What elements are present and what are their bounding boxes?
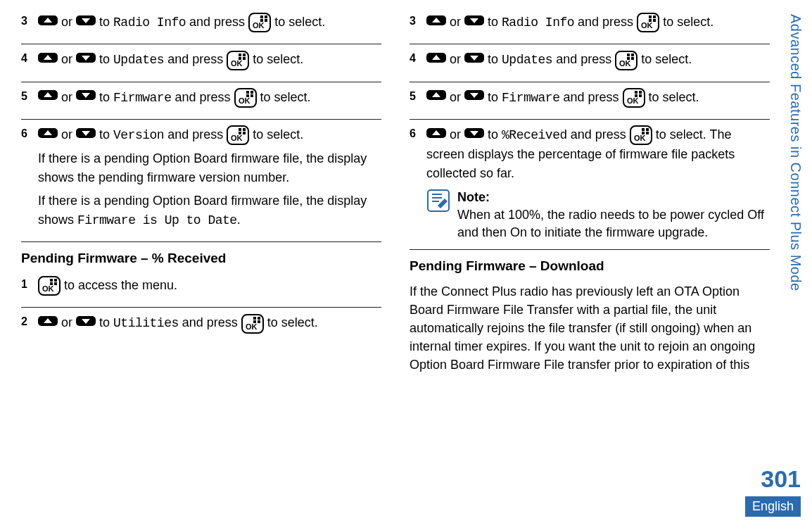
down-arrow-icon bbox=[464, 13, 484, 32]
up-arrow-icon bbox=[426, 88, 446, 107]
note-body: When at 100%, the radio needs to be powe… bbox=[457, 208, 764, 239]
menu-target: Updates bbox=[113, 53, 164, 67]
ok-button-icon bbox=[227, 125, 249, 145]
down-arrow-icon bbox=[464, 51, 484, 70]
step-extra-text: If there is a pending Option Board firmw… bbox=[38, 149, 381, 187]
chapter-tab: Advanced Features in Connect Plus Mode bbox=[787, 14, 804, 291]
note-callout: Note: When at 100%, the radio needs to b… bbox=[426, 189, 770, 242]
up-arrow-icon bbox=[38, 88, 58, 107]
ok-button-icon bbox=[234, 88, 257, 108]
divider bbox=[410, 249, 770, 250]
step-number: 5 bbox=[410, 88, 426, 112]
step-4: 4 or to Updates and press to select. bbox=[21, 44, 381, 81]
step-number: 2 bbox=[21, 313, 38, 337]
section-heading: Pending Firmware – Download bbox=[410, 258, 770, 274]
step-extra-text: If there is a pending Option Board firmw… bbox=[38, 191, 381, 230]
step-number: 1 bbox=[21, 276, 38, 300]
step-4: 4 or to Updates and press to select. bbox=[410, 44, 770, 81]
left-column: 3 or to Radio Info and press to select. … bbox=[21, 7, 381, 458]
down-arrow-icon bbox=[464, 88, 484, 107]
step-number: 4 bbox=[21, 50, 38, 74]
step-5: 5 or to Firmware and press to select. bbox=[410, 82, 770, 119]
menu-target: Firmware bbox=[113, 91, 171, 105]
step-5: 5 or to Firmware and press to select. bbox=[21, 82, 381, 119]
ok-button-icon bbox=[637, 13, 659, 32]
menu-target: Utilities bbox=[113, 316, 179, 330]
menu-target: Firmware bbox=[502, 91, 559, 105]
down-arrow-icon bbox=[76, 88, 96, 107]
down-arrow-icon bbox=[76, 126, 96, 145]
step-number: 5 bbox=[21, 88, 38, 112]
right-column: 3 or to Radio Info and press to select. … bbox=[410, 7, 770, 458]
down-arrow-icon bbox=[76, 314, 96, 333]
up-arrow-icon bbox=[38, 126, 58, 145]
step-number: 6 bbox=[410, 125, 426, 242]
body-paragraph: If the Connect Plus radio has previously… bbox=[410, 282, 770, 374]
ok-button-icon bbox=[38, 276, 61, 296]
ok-button-icon bbox=[227, 51, 249, 70]
up-arrow-icon bbox=[426, 126, 446, 145]
menu-target: Updates bbox=[502, 53, 552, 67]
up-arrow-icon bbox=[426, 13, 446, 32]
down-arrow-icon bbox=[464, 126, 484, 145]
up-arrow-icon bbox=[38, 13, 58, 32]
step-number: 4 bbox=[410, 50, 426, 74]
ok-button-icon bbox=[630, 125, 652, 145]
note-icon bbox=[426, 189, 450, 242]
menu-target: Radio Info bbox=[113, 15, 186, 30]
section-heading: Pending Firmware – % Received bbox=[21, 251, 381, 266]
step-number: 3 bbox=[410, 13, 426, 37]
page-number: 301 bbox=[761, 465, 801, 493]
step-number: 3 bbox=[21, 13, 38, 37]
menu-target: %Received bbox=[502, 128, 567, 142]
note-label: Note: bbox=[457, 189, 770, 206]
up-arrow-icon bbox=[426, 51, 446, 70]
step-1: 1 to access the menu. bbox=[21, 270, 381, 307]
up-arrow-icon bbox=[38, 314, 58, 333]
divider bbox=[21, 241, 381, 242]
step-3: 3 or to Radio Info and press to select. bbox=[410, 7, 770, 44]
step-2: 2 or to Utilities and press to select. bbox=[21, 308, 381, 344]
language-badge: English bbox=[745, 496, 801, 517]
ok-button-icon bbox=[623, 88, 645, 108]
menu-target: Radio Info bbox=[502, 15, 574, 30]
step-number: 6 bbox=[21, 125, 38, 234]
up-arrow-icon bbox=[38, 51, 58, 70]
ok-button-icon bbox=[248, 13, 271, 32]
ok-button-icon bbox=[615, 51, 637, 70]
step-3: 3 or to Radio Info and press to select. bbox=[21, 7, 381, 44]
step-6: 6 or to %Received and press to select. T… bbox=[410, 120, 770, 249]
down-arrow-icon bbox=[76, 13, 96, 32]
step-6: 6 or to Version and press to select. If … bbox=[21, 120, 381, 241]
ok-button-icon bbox=[241, 314, 264, 334]
down-arrow-icon bbox=[76, 51, 96, 70]
menu-target: Version bbox=[113, 128, 164, 142]
